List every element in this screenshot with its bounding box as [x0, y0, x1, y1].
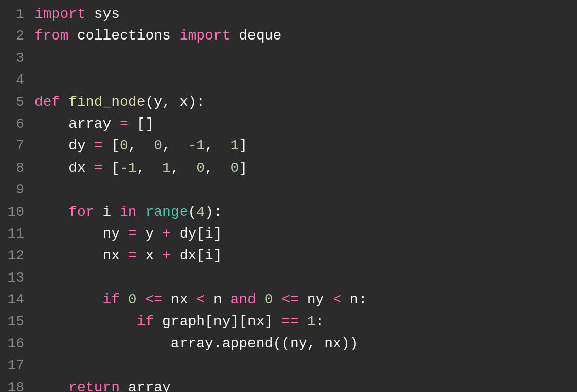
line-num-15: 15: [4, 310, 24, 332]
code-line-7: dy = [0, 0, -1, 1]: [30, 135, 577, 156]
code-line-13: [30, 267, 577, 289]
line-num-8: 8: [4, 157, 24, 179]
code-line-15: if graph[ny][nx] == 1:: [30, 310, 577, 332]
line-num-7: 7: [4, 135, 24, 156]
code-line-16: array.append((ny, nx)): [30, 333, 577, 355]
line-num-4: 4: [4, 69, 24, 91]
code-line-3: [30, 47, 577, 69]
line-num-2: 2: [4, 25, 24, 47]
line-num-14: 14: [4, 289, 24, 310]
code-line-2: from collections import deque: [30, 25, 577, 47]
code-line-18: return array: [30, 377, 577, 392]
line-num-16: 16: [4, 333, 24, 355]
code-line-14: if 0 <= nx < n and 0 <= ny < n:: [30, 289, 577, 310]
line-num-1: 1: [4, 3, 24, 25]
code-line-8: dx = [-1, 1, 0, 0]: [30, 157, 577, 179]
code-content[interactable]: import sys from collections import deque…: [30, 0, 577, 392]
code-line-11: ny = y + dy[i]: [30, 223, 577, 245]
code-line-1: import sys: [30, 3, 577, 25]
line-num-18: 18: [4, 377, 24, 392]
line-numbers: 1 2 3 4 5 6 7 8 9 10 11 12 13 14 15 16 1…: [0, 0, 30, 392]
code-line-9: [30, 179, 577, 201]
code-line-6: array = []: [30, 113, 577, 135]
line-num-10: 10: [4, 201, 24, 223]
code-line-10: for i in range(4):: [30, 201, 577, 223]
line-num-13: 13: [4, 267, 24, 289]
code-line-17: [30, 355, 577, 376]
line-num-9: 9: [4, 179, 24, 201]
line-num-11: 11: [4, 223, 24, 245]
line-num-12: 12: [4, 245, 24, 266]
line-num-3: 3: [4, 47, 24, 69]
code-line-4: [30, 69, 577, 91]
code-line-12: nx = x + dx[i]: [30, 245, 577, 266]
line-num-5: 5: [4, 91, 24, 113]
line-num-17: 17: [4, 355, 24, 376]
line-num-6: 6: [4, 113, 24, 135]
code-editor: 1 2 3 4 5 6 7 8 9 10 11 12 13 14 15 16 1…: [0, 0, 577, 392]
code-line-5: def find_node(y, x):: [30, 91, 577, 113]
